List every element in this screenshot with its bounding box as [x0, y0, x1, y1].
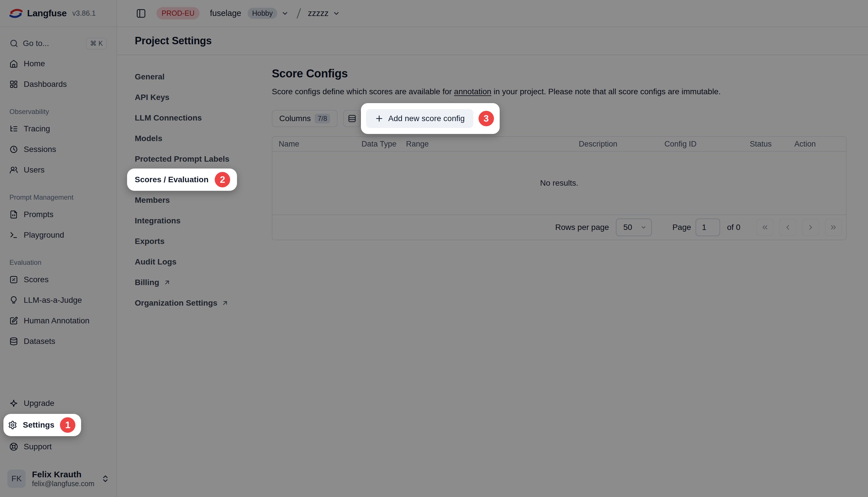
- settings-nav-label: Audit Logs: [135, 257, 176, 267]
- table-header-action: Action: [794, 140, 846, 148]
- settings-nav-audit-logs[interactable]: Audit Logs: [135, 252, 272, 272]
- last-page-button[interactable]: [825, 219, 842, 236]
- sidebar-item-tracing[interactable]: Tracing: [0, 118, 116, 139]
- section-description: Score configs define which scores are av…: [272, 87, 847, 97]
- step-badge-2: 2: [215, 172, 230, 187]
- table-header-status: Status: [750, 140, 794, 148]
- breadcrumb-slash: [296, 8, 301, 18]
- project-chevron-down-icon[interactable]: [333, 10, 340, 17]
- breadcrumb-org[interactable]: fuselage: [210, 9, 241, 18]
- settings-nav-active-pill[interactable]: Scores / Evaluation2: [127, 169, 237, 191]
- sidebar-item-label: LLM-as-a-Judge: [24, 296, 82, 305]
- page-label: Page: [672, 223, 691, 232]
- gear-icon: [8, 421, 17, 430]
- sidebar-item-dashboards[interactable]: Dashboards: [0, 74, 116, 95]
- settings-nav-billing[interactable]: Billing: [135, 272, 272, 293]
- sidebar-item-users[interactable]: Users: [0, 160, 116, 180]
- settings-nav-protected-prompt-labels[interactable]: Protected Prompt Labels: [135, 149, 272, 169]
- rows-icon: [348, 114, 356, 123]
- clock-icon: [10, 145, 18, 154]
- settings-nav-models[interactable]: Models: [135, 128, 272, 149]
- settings-nav-label: Models: [135, 134, 162, 143]
- app-version: v3.86.1: [72, 9, 96, 17]
- sidebar-item-label: Settings: [23, 421, 54, 430]
- settings-nav-label: General: [135, 72, 164, 81]
- settings-nav-api-keys[interactable]: API Keys: [135, 87, 272, 108]
- goto-search[interactable]: Go to... ⌘ K: [6, 34, 111, 52]
- arrow-up-right-icon: [221, 299, 229, 307]
- settings-nav-scores-evaluation[interactable]: Scores / Evaluation2: [135, 169, 272, 190]
- sidebar-item-datasets[interactable]: Datasets: [0, 331, 116, 352]
- settings-nav-organization-settings[interactable]: Organization Settings: [135, 293, 272, 313]
- org-chevron-down-icon[interactable]: [281, 10, 289, 17]
- rows-per-page-select[interactable]: 50: [616, 218, 652, 236]
- sidebar-nav: HomeDashboardsObservabilityTracingSessio…: [0, 53, 116, 352]
- chevron-right-icon: [807, 223, 815, 231]
- table-toolbar: Columns 7/8 Add new score con: [272, 103, 847, 134]
- settings-nav-llm-connections[interactable]: LLM Connections: [135, 108, 272, 128]
- sidebar-item-label: Playground: [24, 230, 64, 240]
- score-configs-section: Score Configs Score configs define which…: [272, 67, 847, 497]
- sidebar-item-human-annotation[interactable]: Human Annotation: [0, 311, 116, 331]
- row-height-button[interactable]: [343, 110, 361, 127]
- square-pen-icon: [10, 316, 18, 325]
- user-email: felix@langfuse.com: [32, 480, 95, 488]
- page-title: Project Settings: [135, 35, 212, 47]
- first-page-button[interactable]: [756, 219, 773, 236]
- sidebar-item-sessions[interactable]: Sessions: [0, 139, 116, 160]
- next-page-button[interactable]: [802, 219, 819, 236]
- user-menu[interactable]: FK Felix Krauth felix@langfuse.com: [8, 470, 110, 488]
- plus-icon: [375, 114, 384, 123]
- sidebar-item-label: Dashboards: [24, 80, 67, 89]
- main-area: PROD-EU fuselage Hobby zzzzz Project Set…: [117, 0, 868, 497]
- sidebar-item-label: Home: [24, 59, 45, 68]
- settings-nav-label: API Keys: [135, 93, 169, 102]
- settings-nav-members[interactable]: Members: [135, 190, 272, 211]
- sidebar-item-playground[interactable]: Playground: [0, 225, 116, 245]
- brand-name: Langfuse: [27, 8, 67, 18]
- plan-badge: Hobby: [248, 8, 277, 19]
- rows-per-page-label: Rows per page: [555, 223, 609, 232]
- annotation-link[interactable]: annotation: [454, 87, 491, 96]
- settings-nav-label: Exports: [135, 237, 164, 246]
- settings-nav-integrations[interactable]: Integrations: [135, 211, 272, 231]
- settings-nav-label: Members: [135, 196, 170, 205]
- settings-spotlight-row: Settings 1: [0, 414, 116, 437]
- sparkles-icon: [10, 399, 18, 408]
- search-icon: [10, 39, 18, 48]
- score-configs-table: NameData TypeRangeDescriptionConfig IDSt…: [272, 136, 847, 240]
- sidebar-item-scores[interactable]: Scores: [0, 269, 116, 290]
- database-icon: [10, 337, 18, 346]
- sidebar-item-llm-as-a-judge[interactable]: LLM-as-a-Judge: [0, 290, 116, 311]
- prev-page-button[interactable]: [779, 219, 796, 236]
- chevron-down-icon: [640, 224, 647, 230]
- environment-badge: PROD-EU: [157, 7, 200, 19]
- table-header-name: Name: [279, 140, 361, 148]
- breadcrumb-project[interactable]: zzzzz: [308, 9, 329, 18]
- section-title: Score Configs: [272, 67, 847, 80]
- sidebar-item-label: Users: [24, 165, 45, 174]
- settings-nav-exports[interactable]: Exports: [135, 231, 272, 252]
- columns-button[interactable]: Columns 7/8: [272, 110, 337, 127]
- sidebar-item-settings[interactable]: Settings 1: [3, 414, 81, 436]
- columns-count-badge: 7/8: [315, 114, 330, 123]
- empty-state: No results.: [272, 152, 846, 214]
- page-count-label: of 0: [727, 223, 740, 232]
- sidebar-item-label: Datasets: [24, 337, 55, 346]
- square-percent-icon: [10, 275, 18, 284]
- step-badge-1: 1: [60, 417, 75, 433]
- sidebar: Langfuse v3.86.1 Go to... ⌘ K HomeDashbo…: [0, 0, 117, 497]
- sidebar-item-support[interactable]: Support: [0, 437, 116, 457]
- langfuse-logo-icon: [10, 8, 23, 18]
- user-meta: Felix Krauth felix@langfuse.com: [32, 470, 95, 487]
- sidebar-item-label: Prompts: [24, 210, 53, 219]
- sidebar-item-prompts[interactable]: Prompts: [0, 204, 116, 225]
- sidebar-item-upgrade[interactable]: Upgrade: [0, 393, 116, 414]
- settings-nav-label: Organization Settings: [135, 298, 217, 308]
- add-score-config-button[interactable]: Add new score config: [366, 109, 473, 128]
- settings-nav-label: Protected Prompt Labels: [135, 155, 229, 164]
- sidebar-item-home[interactable]: Home: [0, 53, 116, 74]
- sidebar-toggle-icon[interactable]: [136, 8, 146, 18]
- page-number-input[interactable]: [696, 218, 720, 236]
- settings-nav-general[interactable]: General: [135, 67, 272, 87]
